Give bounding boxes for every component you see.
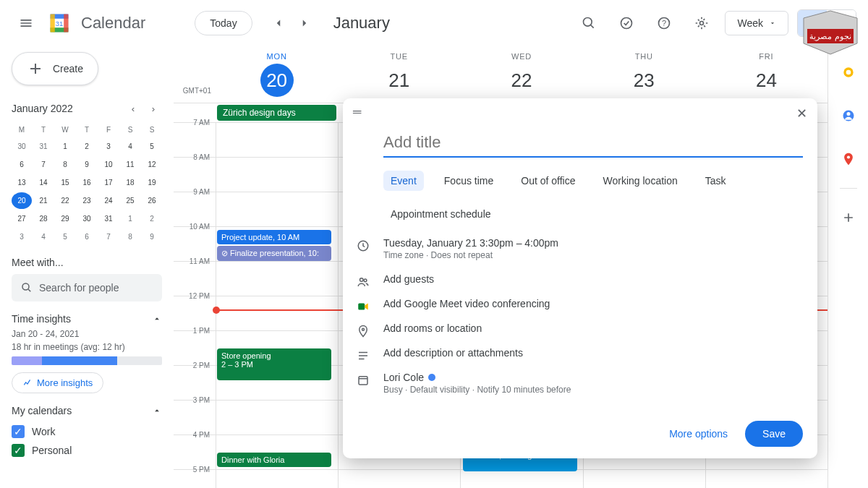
add-addon-button[interactable] — [834, 203, 863, 232]
allday-event[interactable]: Zürich design days — [217, 105, 336, 121]
mini-cal-day[interactable]: 6 — [77, 228, 97, 245]
mini-cal-day[interactable]: 4 — [120, 138, 140, 155]
mini-cal-day[interactable]: 3 — [12, 228, 32, 245]
mini-cal-day[interactable]: 8 — [55, 156, 75, 173]
mini-cal-day[interactable]: 8 — [120, 228, 140, 245]
event-store-opening[interactable]: Store opening 2 – 3 PM — [217, 348, 331, 380]
mini-cal-day[interactable]: 26 — [142, 192, 162, 209]
add-guests-field[interactable]: Add guests — [383, 273, 434, 285]
time-cell[interactable] — [705, 470, 827, 488]
mini-cal-day[interactable]: 29 — [55, 210, 75, 227]
time-cell[interactable] — [216, 262, 338, 296]
add-description-field[interactable]: Add description or attachments — [383, 347, 523, 359]
settings-button[interactable] — [687, 9, 716, 38]
checkbox-icon[interactable]: ✓ — [12, 425, 25, 438]
mini-cal-day[interactable]: 23 — [77, 192, 97, 209]
more-insights-button[interactable]: More insights — [12, 372, 103, 393]
mini-cal-day[interactable]: 6 — [12, 156, 32, 173]
my-calendars-header[interactable]: My calendars — [12, 405, 162, 416]
mini-cal-prev[interactable]: ‹ — [124, 100, 142, 117]
mini-cal-day[interactable]: 31 — [98, 210, 119, 227]
mini-cal-day[interactable]: 19 — [142, 174, 162, 191]
mini-cal-day[interactable]: 30 — [12, 138, 32, 155]
mini-cal-day[interactable]: 10 — [98, 156, 119, 173]
search-button[interactable] — [574, 9, 603, 38]
event-title-input[interactable] — [383, 129, 803, 158]
mini-cal-day[interactable]: 21 — [33, 192, 54, 209]
mini-cal-day[interactable]: 12 — [142, 156, 162, 173]
organizer-field[interactable]: Lori Cole Busy · Default visibility · No… — [383, 372, 571, 395]
event-project-update[interactable]: Project update, 10 AM — [217, 230, 331, 244]
time-cell[interactable] — [460, 470, 582, 488]
search-people-input[interactable]: Search for people — [12, 274, 162, 301]
time-insights-header[interactable]: Time insights — [12, 313, 162, 325]
event-type-tab[interactable]: Task — [698, 171, 733, 191]
next-week-button[interactable] — [293, 12, 316, 35]
mini-cal-day[interactable]: 18 — [120, 174, 140, 191]
keep-button[interactable] — [834, 58, 863, 87]
mini-cal-day[interactable]: 14 — [33, 174, 54, 191]
add-meet-field[interactable]: Add Google Meet video conferencing — [383, 298, 550, 309]
mini-cal-day[interactable]: 13 — [12, 174, 32, 191]
close-dialog-button[interactable]: ✕ — [796, 106, 807, 121]
mini-cal-day[interactable]: 5 — [142, 138, 162, 155]
mini-cal-day[interactable]: 7 — [98, 228, 119, 245]
event-finalize-presentation[interactable]: ⊘ Finalize presentation, 10: — [217, 246, 331, 261]
mini-cal-day[interactable]: 17 — [98, 174, 119, 191]
more-options-button[interactable]: More options — [660, 421, 736, 447]
event-type-tab[interactable]: Event — [383, 171, 424, 191]
mini-cal-day[interactable]: 11 — [120, 156, 140, 173]
mini-cal-day[interactable]: 4 — [33, 228, 54, 245]
event-dinner[interactable]: Dinner with Gloria — [217, 453, 331, 467]
prev-week-button[interactable] — [267, 12, 290, 35]
event-type-tab[interactable]: Appointment schedule — [383, 204, 498, 224]
calendar-list-item[interactable]: ✓Personal — [12, 441, 162, 460]
add-location-field[interactable]: Add rooms or location — [383, 322, 482, 334]
event-type-tab[interactable]: Focus time — [437, 171, 501, 191]
time-cell[interactable] — [216, 192, 338, 226]
mini-cal-day[interactable]: 30 — [77, 210, 97, 227]
mini-cal-day[interactable]: 5 — [55, 228, 75, 245]
event-datetime[interactable]: Tuesday, January 21 3:30pm – 4:00pm Time… — [383, 237, 558, 260]
time-cell[interactable] — [338, 470, 460, 488]
checkbox-icon[interactable]: ✓ — [12, 444, 25, 457]
mini-cal-day[interactable]: 3 — [98, 138, 119, 155]
calendar-list-item[interactable]: ✓Work — [12, 422, 162, 441]
time-cell[interactable] — [216, 296, 338, 330]
mini-cal-day[interactable]: 2 — [77, 138, 97, 155]
mini-cal-day[interactable]: 27 — [12, 210, 32, 227]
day-header[interactable]: TUE21 — [338, 46, 460, 103]
mini-cal-day[interactable]: 1 — [120, 210, 140, 227]
create-button[interactable]: Create — [12, 52, 98, 85]
mini-cal-day[interactable]: 9 — [142, 228, 162, 245]
mini-cal-day[interactable]: 15 — [55, 174, 75, 191]
time-cell[interactable] — [216, 123, 338, 157]
day-header[interactable]: MON20 — [216, 46, 338, 103]
contacts-button[interactable] — [834, 101, 863, 130]
mini-cal-day[interactable]: 20 — [12, 192, 32, 209]
maps-button[interactable] — [834, 145, 863, 174]
mini-cal-day[interactable]: 25 — [120, 192, 140, 209]
support-button[interactable] — [612, 9, 641, 38]
mini-cal-next[interactable]: › — [145, 100, 162, 117]
mini-cal-day[interactable]: 24 — [98, 192, 119, 209]
mini-cal-day[interactable]: 9 — [77, 156, 97, 173]
time-cell[interactable] — [583, 470, 705, 488]
mini-cal-day[interactable]: 28 — [33, 210, 54, 227]
mini-cal-day[interactable]: 2 — [142, 210, 162, 227]
mini-cal-day[interactable]: 31 — [33, 138, 54, 155]
hamburger-menu-button[interactable] — [12, 9, 41, 38]
mini-cal-day[interactable]: 1 — [55, 138, 75, 155]
event-type-tab[interactable]: Out of office — [514, 171, 582, 191]
view-selector[interactable]: Week — [725, 11, 788, 35]
mini-cal-day[interactable]: 7 — [33, 156, 54, 173]
mini-cal-day[interactable]: 22 — [55, 192, 75, 209]
event-type-tab[interactable]: Working location — [596, 171, 685, 191]
help-button[interactable]: ? — [650, 9, 678, 38]
time-cell[interactable] — [216, 158, 338, 192]
day-header[interactable]: THU23 — [583, 46, 705, 103]
drag-handle-icon[interactable]: ═ — [353, 106, 361, 121]
today-button[interactable]: Today — [195, 11, 252, 35]
mini-cal-day[interactable]: 16 — [77, 174, 97, 191]
save-button[interactable]: Save — [745, 421, 803, 447]
